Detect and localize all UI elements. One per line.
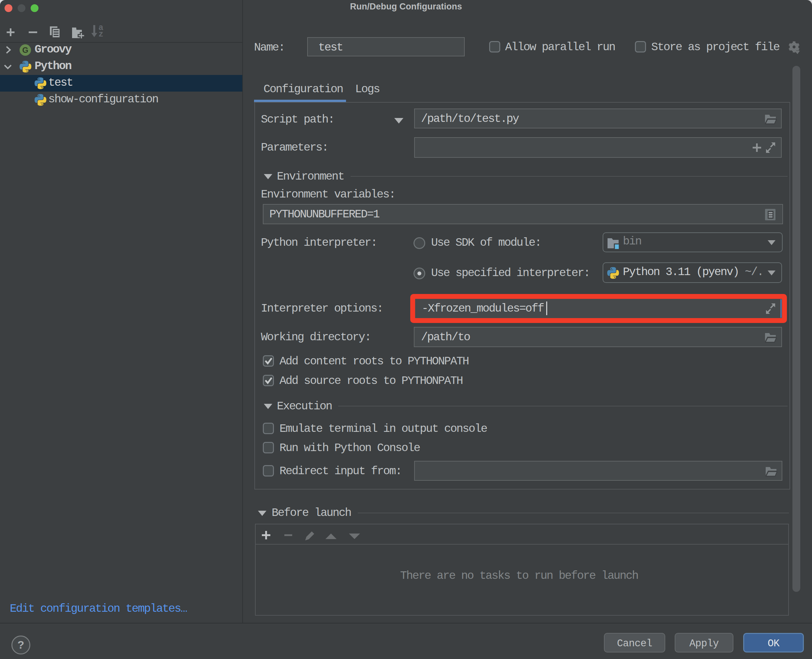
svg-text:z: z	[98, 30, 103, 39]
